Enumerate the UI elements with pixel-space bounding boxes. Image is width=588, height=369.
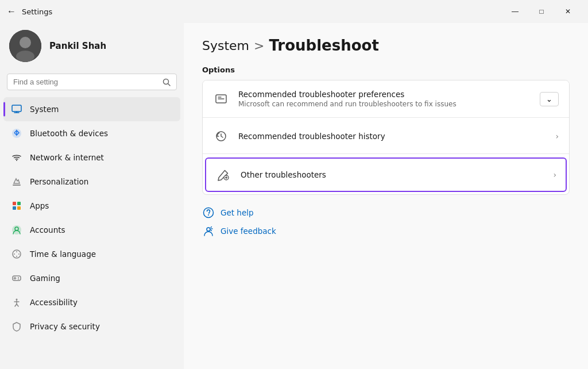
titlebar-left: ← Settings [7,6,52,17]
breadcrumb-separator: > [254,39,264,53]
option-left-history: Recommended troubleshooter history [213,128,385,144]
get-help-link[interactable]: Get help [202,206,570,219]
back-button[interactable]: ← [7,6,16,17]
svg-rect-10 [13,184,21,186]
svg-point-27 [16,299,18,301]
breadcrumb: System > Troubleshoot [202,37,570,54]
sidebar-item-network[interactable]: Network & internet [3,145,180,170]
sidebar-item-accessibility-label: Accessibility [30,298,78,307]
svg-rect-5 [12,105,21,112]
avatar [9,30,41,62]
svg-point-25 [18,277,19,278]
sidebar-item-personalization-label: Personalization [30,177,88,186]
give-feedback-link[interactable]: Give feedback [202,225,570,237]
maximize-button[interactable]: □ [528,2,555,21]
option-text-other: Other troubleshooters [241,170,326,179]
option-text: Recommended troubleshooter preferences M… [238,90,457,108]
user-profile: Pankil Shah [0,23,184,71]
main-content: System > Troubleshoot Options Recommende… [184,23,588,369]
sidebar-item-privacy[interactable]: Privacy & security [3,314,180,339]
sidebar-item-gaming[interactable]: Gaming [3,266,180,290]
nav-list: System Bluetooth & devices [0,97,184,339]
option-title-other: Other troubleshooters [241,170,326,179]
gaming-icon [10,272,23,285]
accounts-icon [10,224,23,236]
sidebar-item-network-label: Network & internet [30,153,104,162]
svg-point-37 [204,208,214,218]
personalization-icon [10,175,23,188]
breadcrumb-parent: System [202,39,249,53]
option-left: Recommended troubleshooter preferences M… [213,90,457,108]
get-help-label: Get help [220,208,254,217]
system-icon [10,103,23,116]
recommended-history-icon [213,128,229,144]
recommended-prefs-icon [213,91,229,107]
sidebar-item-accessibility[interactable]: Accessibility [3,290,180,314]
titlebar-title: Settings [22,7,52,16]
app-body: Pankil Shah System [0,23,588,369]
option-subtitle: Microsoft can recommend and run troubles… [238,100,457,108]
give-feedback-label: Give feedback [220,226,276,236]
options-list: Recommended troubleshooter preferences M… [202,80,570,195]
breadcrumb-current: Troubleshoot [269,37,378,54]
apps-icon [10,199,23,212]
network-icon [10,151,23,164]
dropdown-icon: ⌄ [546,95,552,103]
option-other-troubleshooters[interactable]: Other troubleshooters › [205,157,567,192]
minimize-button[interactable]: — [502,2,528,21]
sidebar-item-personalization[interactable]: Personalization [3,170,180,194]
close-button[interactable]: ✕ [555,2,581,21]
accessibility-icon [10,296,23,309]
user-name: Pankil Shah [49,41,106,51]
sidebar-item-time[interactable]: Time & language [3,242,180,266]
search-box[interactable] [7,74,177,90]
option-recommended-history[interactable]: Recommended troubleshooter history › [203,119,569,154]
sidebar: Pankil Shah System [0,23,184,369]
prefs-dropdown-button[interactable]: ⌄ [540,92,559,106]
avatar-image [9,30,41,62]
search-input[interactable] [13,78,158,86]
option-title-history: Recommended troubleshooter history [238,132,385,141]
links-section: Get help Give feedback [202,206,570,237]
svg-rect-11 [13,202,16,205]
bluetooth-icon [10,127,23,140]
get-help-icon [202,206,215,219]
svg-point-19 [18,253,20,255]
svg-point-39 [207,228,210,231]
privacy-icon [10,320,23,333]
give-feedback-icon [202,225,215,237]
svg-rect-14 [17,206,21,210]
option-title: Recommended troubleshooter preferences [238,90,457,99]
titlebar: ← Settings — □ ✕ [0,0,588,23]
sidebar-item-accounts[interactable]: Accounts [3,218,180,242]
sidebar-item-bluetooth[interactable]: Bluetooth & devices [3,121,180,145]
svg-point-21 [16,256,17,257]
titlebar-controls: — □ ✕ [502,2,581,21]
sidebar-item-system[interactable]: System [3,97,180,121]
svg-point-1 [20,37,31,48]
chevron-right-icon: › [555,132,559,141]
sidebar-item-time-label: Time & language [30,249,96,259]
sidebar-item-accounts-label: Accounts [30,225,65,235]
svg-point-9 [16,160,17,161]
svg-line-31 [17,304,18,306]
sidebar-item-gaming-label: Gaming [30,274,60,283]
svg-rect-13 [13,206,16,210]
sidebar-item-apps[interactable]: Apps [3,194,180,218]
option-right-history: › [555,132,559,141]
sidebar-item-system-label: System [30,105,59,114]
option-left-other: Other troubleshooters [215,167,326,183]
svg-point-38 [208,214,209,216]
svg-point-26 [18,279,19,280]
options-section-title: Options [202,66,570,74]
svg-point-20 [16,251,17,252]
other-troubleshooters-icon [215,167,231,183]
svg-point-18 [14,253,15,255]
time-icon [10,248,23,260]
svg-rect-12 [17,202,21,205]
option-right: ⌄ [540,92,559,106]
option-right-other: › [553,170,556,179]
search-icon [163,78,171,86]
option-recommended-prefs[interactable]: Recommended troubleshooter preferences M… [203,80,569,118]
sidebar-item-privacy-label: Privacy & security [30,322,100,331]
